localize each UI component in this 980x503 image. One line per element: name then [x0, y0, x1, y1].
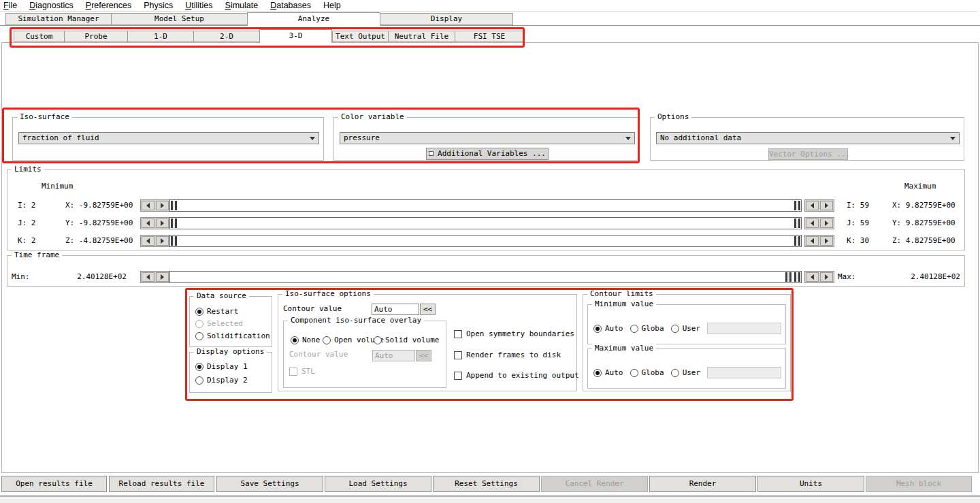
checkbox-icon: [289, 368, 297, 376]
k-max-thumb[interactable]: [794, 236, 800, 246]
menu-preferences[interactable]: Preferences: [80, 1, 137, 10]
units-button[interactable]: Units: [757, 476, 864, 492]
tab-analyze[interactable]: Analyze: [247, 12, 380, 26]
k-range-slider-track[interactable]: [169, 235, 802, 247]
arrow-right-icon[interactable]: [820, 201, 833, 210]
contour-collapse-button[interactable]: <<: [420, 304, 436, 315]
i-min-label: I: 2: [18, 199, 36, 212]
vector-options-button: Vector Options ...: [768, 148, 848, 160]
arrow-left-icon[interactable]: [806, 201, 819, 210]
color-variable-group: Color variable pressure Additional Varia…: [333, 117, 640, 161]
arrow-left-icon[interactable]: [142, 272, 154, 282]
iso-surface-options-group-title: Iso-surface options: [282, 289, 374, 299]
save-settings-button[interactable]: Save Settings: [216, 476, 323, 492]
min-radio-global[interactable]: Globa: [630, 324, 664, 333]
menu-diagnostics[interactable]: Diagnostics: [23, 1, 80, 10]
limits-group-title: Limits: [12, 165, 44, 174]
arrow-right-icon[interactable]: [156, 236, 169, 246]
min-global-label: Globa: [642, 324, 664, 333]
max-radio-user[interactable]: User: [671, 368, 701, 377]
stl-checkbox: STL: [289, 366, 315, 376]
menu-help[interactable]: Help: [317, 1, 347, 10]
radio-solidification-label: Solidification: [207, 331, 270, 341]
tab-neutral-file[interactable]: Neutral File: [388, 31, 455, 42]
overlay-contour-value-input: [372, 350, 415, 361]
menu-simulate[interactable]: Simulate: [219, 1, 265, 10]
arrow-left-icon[interactable]: [142, 236, 154, 246]
tab-simulation-manager[interactable]: Simulation Manager: [5, 13, 112, 25]
max-radio-global[interactable]: Globa: [630, 368, 664, 377]
time-min-thumb[interactable]: [785, 272, 791, 282]
additional-variables-button[interactable]: Additional Variables ...: [426, 148, 549, 160]
tab-fsi-tse[interactable]: FSI TSE: [455, 31, 524, 42]
time-max-label: Max:: [838, 271, 856, 283]
menu-databases[interactable]: Databases: [264, 1, 317, 10]
time-range-slider-track[interactable]: [169, 271, 802, 283]
arrow-left-icon[interactable]: [142, 218, 154, 228]
tab-1d[interactable]: 1-D: [127, 31, 194, 42]
i-range-slider-track[interactable]: [169, 199, 802, 212]
arrow-right-icon[interactable]: [156, 272, 169, 282]
radio-display-1[interactable]: Display 1: [195, 361, 248, 372]
reset-settings-button[interactable]: Reset Settings: [433, 476, 540, 492]
reload-results-file-button[interactable]: Reload results file: [109, 476, 214, 492]
open-results-file-button[interactable]: Open results file: [1, 476, 107, 492]
j-range-slider-track[interactable]: [169, 217, 802, 229]
radio-icon: [195, 332, 203, 340]
append-to-existing-output-checkbox[interactable]: Append to existing output: [454, 370, 579, 380]
menu-utilities[interactable]: Utilities: [179, 1, 218, 10]
render-frames-to-disk-checkbox[interactable]: Render frames to disk: [454, 350, 561, 360]
chevron-down-icon: [950, 137, 956, 140]
chevron-down-icon: [310, 137, 315, 140]
min-radio-auto[interactable]: Auto: [593, 324, 623, 333]
j-slider-right-arrows: [804, 217, 834, 229]
j-min-thumb[interactable]: [171, 218, 177, 228]
contour-value-label: Contour value: [283, 303, 342, 315]
load-settings-button[interactable]: Load Settings: [325, 476, 431, 492]
radio-display-2[interactable]: Display 2: [195, 375, 248, 385]
open-symmetry-boundaries-checkbox[interactable]: Open symmetry boundaries: [454, 329, 574, 339]
i-max-thumb[interactable]: [794, 201, 800, 210]
i-min-thumb[interactable]: [171, 201, 177, 210]
min-radio-user[interactable]: User: [671, 324, 701, 333]
color-variable-combobox[interactable]: pressure: [340, 132, 635, 144]
tab-custom[interactable]: Custom: [14, 31, 65, 42]
tab-model-setup[interactable]: Model Setup: [111, 13, 248, 25]
tab-display[interactable]: Display: [380, 13, 513, 25]
radio-solid-volume[interactable]: Solid volume: [374, 335, 439, 345]
time-frame-row: Min: 2.40128E+02 Max: 2.40128E+02: [7, 271, 964, 283]
limits-maximum-header: Maximum: [904, 180, 936, 193]
arrow-left-icon[interactable]: [806, 218, 819, 228]
arrow-left-icon[interactable]: [142, 201, 154, 210]
radio-solidification[interactable]: Solidification: [195, 331, 270, 341]
tab-probe[interactable]: Probe: [64, 31, 128, 42]
radio-none[interactable]: None: [291, 335, 321, 345]
radio-restart[interactable]: Restart: [195, 306, 238, 317]
iso-surface-combobox[interactable]: fraction of fluid: [18, 132, 319, 144]
arrow-right-icon[interactable]: [820, 272, 833, 282]
time-max-thumb[interactable]: [794, 272, 800, 282]
radio-none-label: None: [302, 335, 321, 345]
tab-text-output[interactable]: Text Output: [332, 31, 389, 42]
menu-physics[interactable]: Physics: [137, 1, 179, 10]
tab-3d[interactable]: 3-D: [259, 29, 332, 43]
max-radio-auto[interactable]: Auto: [593, 368, 623, 377]
tab-2d[interactable]: 2-D: [193, 31, 260, 42]
arrow-left-icon[interactable]: [806, 272, 819, 282]
options-combobox-value: No additional data: [660, 133, 741, 142]
j-max-thumb[interactable]: [794, 218, 800, 228]
k-min-thumb[interactable]: [171, 236, 177, 246]
arrow-right-icon[interactable]: [820, 218, 833, 228]
arrow-left-icon[interactable]: [806, 236, 819, 246]
arrow-right-icon[interactable]: [156, 201, 169, 210]
radio-icon: [195, 320, 203, 328]
render-button[interactable]: Render: [649, 476, 756, 492]
display-options-group: Display options Display 1 Display 2: [189, 352, 272, 393]
options-combobox[interactable]: No additional data: [656, 132, 960, 144]
arrow-right-icon[interactable]: [820, 236, 833, 246]
menu-file[interactable]: File: [0, 1, 23, 10]
arrow-right-icon[interactable]: [156, 218, 169, 228]
maximum-value-group: Maximum value Auto Globa User: [587, 348, 786, 389]
contour-value-input[interactable]: [372, 304, 419, 315]
chevron-down-icon: [625, 137, 631, 140]
